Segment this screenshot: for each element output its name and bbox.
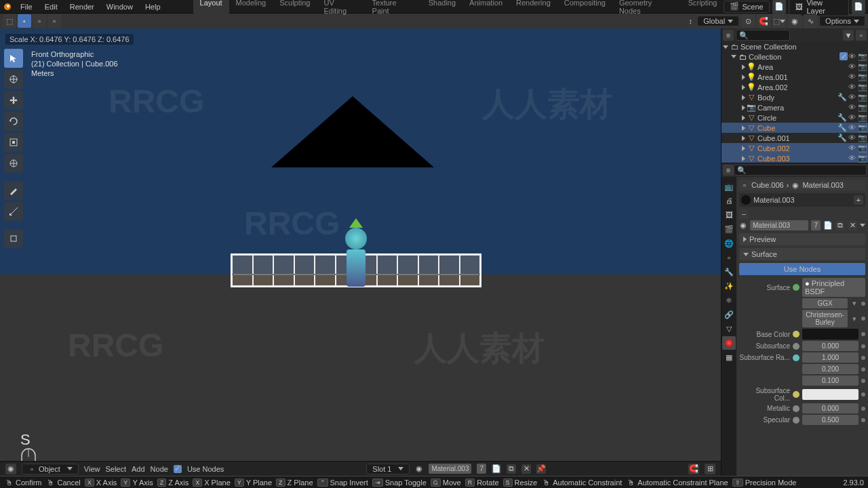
duplicate-material-icon[interactable]: ⧉: [835, 221, 845, 230]
ptab-object-icon[interactable]: ▫: [722, 251, 736, 264]
camera-icon[interactable]: 📷: [858, 113, 867, 122]
remove-slot-button[interactable]: −: [739, 209, 749, 219]
ptab-mesh-icon[interactable]: ▽: [722, 322, 736, 336]
ptab-constraint-icon[interactable]: 🔗: [722, 308, 736, 321]
outliner-search[interactable]: [736, 30, 790, 41]
value-socket-icon[interactable]: [793, 417, 800, 424]
mode-face-icon[interactable]: ▫: [47, 14, 61, 28]
number-field[interactable]: 0.500: [802, 415, 859, 425]
shader-socket-icon[interactable]: [793, 284, 800, 291]
tool-measure[interactable]: [4, 202, 23, 221]
anim-dot-icon[interactable]: [861, 356, 865, 360]
node-menu-add[interactable]: Add: [132, 465, 145, 473]
viewlayer-selector[interactable]: 🖼View Layer: [789, 0, 850, 16]
tab-modeling[interactable]: Modeling: [229, 0, 273, 17]
proportional-falloff-icon[interactable]: ∿: [804, 14, 817, 28]
eye-icon[interactable]: 👁: [848, 154, 857, 163]
color-field[interactable]: [802, 389, 859, 400]
node-material-name[interactable]: Material.003: [429, 464, 471, 474]
outliner-filter-icon[interactable]: ▼: [843, 30, 854, 41]
camera-icon[interactable]: 📷: [858, 134, 867, 142]
menu-render[interactable]: Render: [64, 1, 100, 13]
color-field[interactable]: [802, 329, 859, 340]
ptab-modifier-icon[interactable]: 🔧: [722, 265, 736, 279]
viewport-3d[interactable]: RRCG 人人素材 RRCG RRCG 人人素材 Scale X: 0.6476…: [0, 28, 721, 476]
anim-dot-icon[interactable]: [861, 367, 865, 371]
tool-add-cube[interactable]: [4, 229, 23, 248]
overlay-icon[interactable]: ⊞: [705, 464, 715, 474]
color-socket-icon[interactable]: [793, 331, 800, 338]
snap-icon[interactable]: 🧲: [688, 464, 699, 474]
vector-socket-icon[interactable]: [793, 354, 800, 361]
duplicate-material-icon[interactable]: ⧉: [507, 464, 516, 474]
outliner-item[interactable]: ▽Body🔧👁📷: [722, 92, 868, 102]
node-menu-select[interactable]: Select: [105, 465, 126, 473]
anim-dot-icon[interactable]: [861, 392, 865, 396]
camera-icon[interactable]: 📷: [858, 154, 867, 163]
material-browse-icon[interactable]: ◉: [415, 465, 423, 473]
surface-shader[interactable]: ● Principled BSDF: [802, 278, 865, 297]
camera-icon[interactable]: 📷: [858, 73, 867, 81]
number-field[interactable]: 0.000: [802, 341, 859, 351]
mode-vertex-icon[interactable]: ▪: [18, 14, 31, 28]
modifier-icon[interactable]: 🔧: [838, 94, 846, 102]
scene-selector[interactable]: 🎬Scene: [724, 1, 769, 13]
tool-rotate[interactable]: [4, 112, 23, 131]
tab-layout[interactable]: Layout: [193, 0, 229, 17]
camera-icon[interactable]: 📷: [858, 83, 867, 92]
material-name-input[interactable]: Material.003: [750, 220, 808, 230]
eye-icon[interactable]: 👁: [848, 83, 857, 92]
node-menu-view[interactable]: View: [84, 465, 100, 473]
outliner-item[interactable]: ▽Cube🔧👁📷: [722, 123, 868, 133]
sss-method-dropdown[interactable]: Christensen-Burley: [802, 310, 848, 327]
anim-dot-icon[interactable]: [861, 407, 865, 411]
eye-icon[interactable]: 👁: [848, 52, 857, 61]
outliner-item[interactable]: 💡Area.002👁📷: [722, 82, 868, 92]
camera-icon[interactable]: 📷: [858, 93, 867, 102]
new-viewlayer-button[interactable]: 📄: [852, 0, 865, 14]
pin-icon[interactable]: 📌: [536, 464, 546, 474]
ptab-texture-icon[interactable]: ▦: [722, 350, 736, 364]
eye-icon[interactable]: 👁: [848, 123, 857, 132]
tab-rendering[interactable]: Rendering: [509, 0, 557, 17]
eye-icon[interactable]: 👁: [848, 134, 857, 142]
material-menu-icon[interactable]: [860, 224, 865, 227]
number-field[interactable]: 1.000: [802, 352, 859, 363]
breadcrumb-material[interactable]: Material.003: [802, 181, 844, 189]
value-socket-icon[interactable]: [793, 405, 800, 412]
tab-uv-editing[interactable]: UV Editing: [317, 0, 365, 17]
add-slot-button[interactable]: +: [854, 195, 863, 205]
menu-help[interactable]: Help: [140, 1, 166, 13]
ptab-render-icon[interactable]: 📺: [722, 180, 736, 193]
orientation-dropdown[interactable]: Global: [697, 16, 739, 26]
anim-dot-icon[interactable]: [861, 317, 865, 321]
mode-edge-icon[interactable]: ▫: [33, 14, 46, 28]
material-slot[interactable]: Material.003 +: [739, 193, 865, 207]
outliner-item[interactable]: 💡Area.001👁📷: [722, 72, 868, 82]
camera-icon[interactable]: 📷: [858, 144, 867, 152]
tab-texture-paint[interactable]: Texture Paint: [366, 0, 422, 17]
slot-dropdown[interactable]: Slot 1: [366, 464, 410, 474]
camera-icon[interactable]: 📷: [858, 62, 867, 71]
outliner-item[interactable]: ▽Cube.003👁📷: [722, 153, 868, 163]
panel-surface[interactable]: Surface: [739, 248, 865, 260]
eye-icon[interactable]: 👁: [848, 62, 857, 71]
ptab-particle-icon[interactable]: ✨: [722, 279, 736, 293]
outliner-item[interactable]: ▽Cube.002👁📷: [722, 143, 868, 153]
ptab-viewlayer-icon[interactable]: 🖼: [722, 208, 736, 222]
tab-sculpting[interactable]: Sculpting: [273, 0, 317, 17]
outliner-item[interactable]: ▽Cube.001🔧👁📷: [722, 133, 868, 143]
anim-dot-icon[interactable]: [861, 379, 865, 383]
menu-edit[interactable]: Edit: [39, 1, 63, 13]
tool-select[interactable]: [4, 49, 23, 68]
node-menu-node[interactable]: Node: [151, 465, 168, 473]
eye-icon[interactable]: 👁: [848, 73, 857, 81]
panel-preview[interactable]: Preview: [739, 233, 865, 245]
outliner-new-collection-icon[interactable]: ▫: [856, 30, 867, 41]
tab-geometry-nodes[interactable]: Geometry Nodes: [612, 0, 682, 17]
new-scene-button[interactable]: 📄: [772, 0, 786, 14]
ptab-output-icon[interactable]: 🖨: [722, 194, 736, 207]
ptab-scene-icon[interactable]: 🎬: [722, 222, 736, 236]
ptab-physics-icon[interactable]: ⚛: [722, 293, 736, 307]
new-material-icon[interactable]: 📄: [823, 221, 833, 230]
